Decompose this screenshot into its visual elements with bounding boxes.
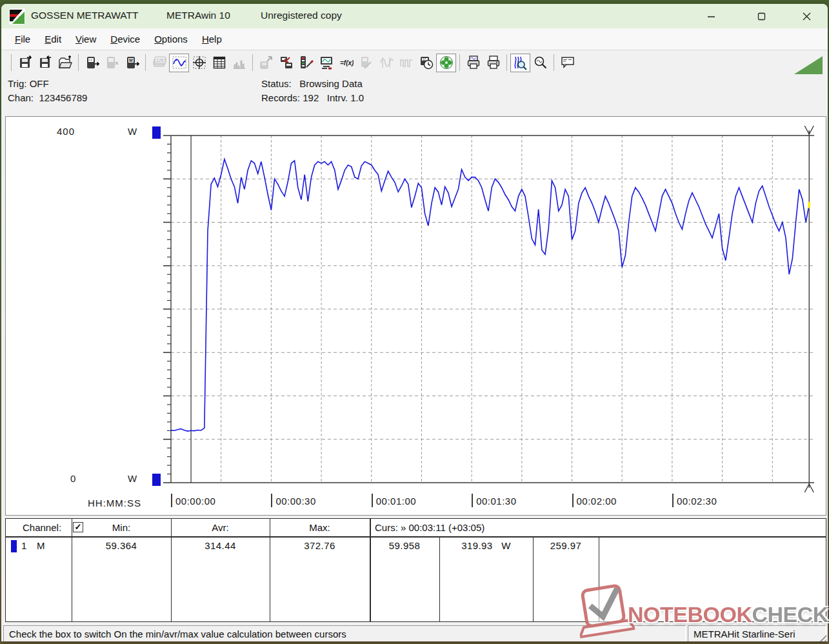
wave-chart-icon	[172, 55, 186, 70]
channel-1-color-marker	[11, 540, 17, 552]
pulse-wave-icon	[399, 55, 414, 70]
svg-text:M: M	[129, 58, 133, 63]
channel-header: Channel:	[23, 522, 61, 533]
close-icon	[803, 12, 811, 21]
device-read-offline-button	[102, 54, 122, 72]
y-axis-top-unit: W	[128, 126, 137, 137]
zoom-curve-button[interactable]	[510, 54, 530, 72]
power-curve-channel-1	[171, 159, 809, 431]
toolbar-separator	[554, 54, 554, 71]
column-divider	[72, 519, 72, 621]
status-value: Browsing Data	[299, 78, 363, 89]
formula-channel-button[interactable]: =f(x)	[336, 54, 356, 72]
device-read-online-button[interactable]	[82, 54, 102, 72]
app-brand: GOSSEN METRAWATT	[31, 10, 138, 21]
view-xy-chart-button[interactable]	[189, 54, 209, 72]
pc-upload-icon	[259, 55, 274, 70]
titlebar: GOSSEN METRAWATT METRAwin 10 Unregistere…	[1, 4, 828, 28]
open-file-button[interactable]	[55, 54, 75, 72]
menu-help[interactable]: Help	[195, 30, 229, 48]
toolbar-separator	[11, 54, 12, 71]
zoom-reset-button[interactable]	[530, 54, 550, 72]
x-tick	[372, 494, 373, 507]
clock-calendar-icon: 12	[419, 55, 434, 70]
header-divider	[6, 536, 826, 538]
x-tick-label: 00:01:30	[476, 496, 516, 507]
timed-recording-button[interactable]: 12	[416, 54, 436, 72]
plot-area[interactable]	[157, 121, 824, 498]
import-from-device-button[interactable]	[276, 54, 296, 72]
menu-options[interactable]: Options	[147, 30, 195, 48]
app-window: GOSSEN METRAWATT METRAwin 10 Unregistere…	[1, 4, 828, 641]
zoom-wave-icon	[514, 55, 528, 70]
x-tick-label: 00:02:30	[677, 496, 717, 507]
x-tick-label: 00:00:30	[275, 496, 315, 507]
crosshair-icon	[192, 55, 206, 70]
column-divider	[599, 536, 599, 621]
meter-arrow-icon	[85, 55, 99, 70]
toolbar-separator	[459, 54, 460, 71]
data-table-icon	[212, 55, 226, 70]
menu-file[interactable]: File	[8, 30, 37, 48]
trig-label: Trig: OFF	[8, 78, 49, 89]
toolbar-separator	[506, 54, 507, 71]
gossen-metrawatt-logo-icon	[9, 8, 25, 25]
histogram-icon	[232, 55, 246, 70]
column-divider	[370, 519, 371, 621]
x-tick	[271, 494, 272, 507]
x-tick-label: 00:01:00	[376, 496, 416, 507]
device-memory-read-button[interactable]: M	[122, 54, 142, 72]
save-data-button[interactable]	[15, 54, 35, 72]
max-header: Max:	[270, 522, 370, 533]
stats-panel: Channel: ✓ Min: Avr: Max: Curs: » 00:03:…	[5, 518, 826, 622]
folder-open-icon	[58, 55, 72, 70]
toolbar-separator	[252, 54, 253, 71]
cursor-diff-value: 259.97	[533, 540, 599, 551]
x-axis: HH:MM:SS 00:00:0000:00:3000:01:0000:01:3…	[6, 492, 827, 511]
channel-number: 1	[21, 540, 27, 551]
avr-value: 314.44	[171, 540, 270, 551]
save-data-as-button[interactable]	[35, 54, 55, 72]
cursor-b-value: 319.93 W	[439, 540, 533, 551]
records-label: Records: 192 Intrv. 1.0	[261, 92, 364, 103]
interval-value: 1.0	[350, 92, 364, 103]
cursor-header: Curs: » 00:03:11 (+03:05)	[375, 522, 484, 533]
cursor-b-unit: W	[501, 540, 511, 551]
print-button[interactable]	[483, 54, 503, 72]
view-yt-chart-button[interactable]	[169, 54, 189, 72]
toolbar-separator	[145, 54, 146, 71]
close-button[interactable]	[792, 4, 821, 28]
menu-view[interactable]: View	[68, 30, 103, 48]
statusbar: Check the box to switch On the min/avr/m…	[1, 623, 828, 641]
x-tick-label: 00:00:00	[175, 496, 215, 507]
show-value-tooltip-button[interactable]	[557, 54, 577, 72]
records-value: 192	[303, 92, 319, 103]
interval-label: Intrv.	[327, 92, 348, 103]
max-value: 372.76	[270, 540, 370, 551]
maximize-button[interactable]	[746, 4, 776, 28]
disk-import-icon	[18, 55, 32, 70]
toolbar: M1257=f(x)12	[1, 51, 828, 74]
view-data-table-button[interactable]	[209, 54, 229, 72]
svg-text:1257: 1257	[156, 58, 166, 63]
avr-header: Avr:	[171, 522, 270, 533]
chart-panel[interactable]: 400 W 0 W HH:MM:SS 00:00:0000:00:3000:01…	[5, 116, 826, 516]
menubar: FileEditViewDeviceOptionsHelp	[1, 28, 828, 50]
statusbar-device: METRAHit Starline-Seri	[688, 625, 826, 641]
x-tick	[472, 494, 473, 507]
device-settings-button[interactable]	[296, 54, 316, 72]
callout-icon	[561, 55, 575, 70]
online-display-settings-button[interactable]	[316, 54, 336, 72]
menu-edit[interactable]: Edit	[37, 30, 68, 48]
channel-mode: M	[37, 540, 45, 551]
clover-timer-button[interactable]	[436, 54, 456, 72]
print-preview-button[interactable]	[463, 54, 483, 72]
column-divider	[171, 519, 172, 621]
app-title: METRAwin 10	[166, 10, 230, 21]
menu-device[interactable]: Device	[103, 30, 147, 48]
min-header: Min:	[72, 522, 171, 533]
minimize-button[interactable]	[696, 4, 726, 28]
meter-m-icon: M	[125, 55, 139, 70]
statusbar-hint: Check the box to switch On the min/avr/m…	[3, 625, 686, 641]
sine-cursors-icon	[379, 55, 394, 70]
